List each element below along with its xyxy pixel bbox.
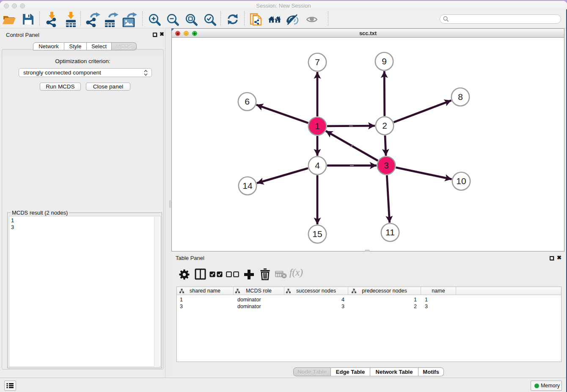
svg-text:8: 8	[458, 92, 463, 102]
svg-text:4: 4	[315, 160, 320, 170]
svg-text:6: 6	[245, 97, 250, 106]
svg-text:7: 7	[315, 57, 320, 67]
svg-text:14: 14	[242, 181, 253, 190]
svg-text:10: 10	[456, 176, 466, 186]
svg-text:2: 2	[382, 121, 387, 130]
svg-text:15: 15	[312, 229, 322, 239]
svg-text:1: 1	[315, 121, 320, 131]
svg-text:3: 3	[384, 160, 389, 170]
svg-text:9: 9	[382, 56, 387, 66]
svg-text:11: 11	[385, 227, 395, 237]
